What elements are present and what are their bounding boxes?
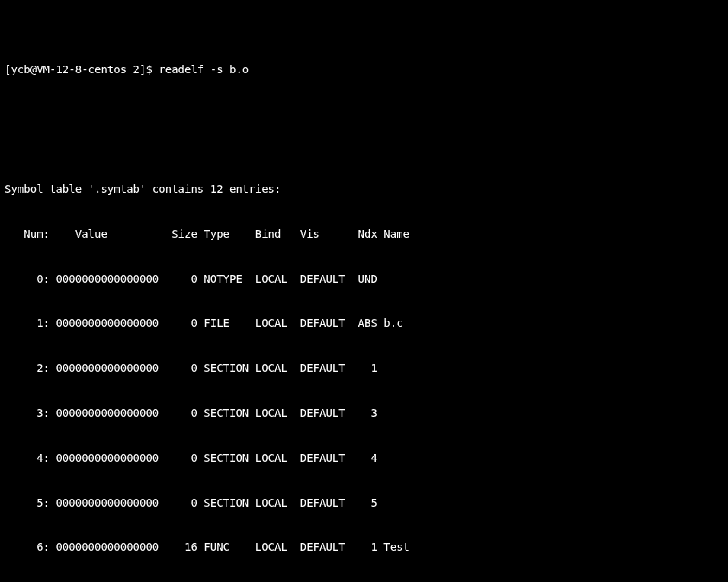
table-row: 6: 0000000000000000 16 FUNC LOCAL DEFAUL… <box>5 540 723 555</box>
shell-prompt: [ycb@VM-12-8-centos 2]$ <box>5 63 159 75</box>
table-row: 2: 0000000000000000 0 SECTION LOCAL DEFA… <box>5 361 723 376</box>
table-row: 1: 0000000000000000 0 FILE LOCAL DEFAULT… <box>5 316 723 331</box>
terminal-window[interactable]: [ycb@VM-12-8-centos 2]$ readelf -s b.o S… <box>0 0 728 582</box>
command-text: readelf -s b.o <box>159 63 249 75</box>
prompt-line-1: [ycb@VM-12-8-centos 2]$ readelf -s b.o <box>5 62 723 78</box>
table-row: 0: 0000000000000000 0 NOTYPE LOCAL DEFAU… <box>5 272 723 287</box>
table-row: 3: 0000000000000000 0 SECTION LOCAL DEFA… <box>5 406 723 421</box>
symtab-header: Symbol table '.symtab' contains 12 entri… <box>5 182 723 197</box>
symtab-columns: Num: Value Size Type Bind Vis Ndx Name <box>5 227 723 242</box>
table-row: 4: 0000000000000000 0 SECTION LOCAL DEFA… <box>5 451 723 466</box>
table-row: 5: 0000000000000000 0 SECTION LOCAL DEFA… <box>5 496 723 511</box>
